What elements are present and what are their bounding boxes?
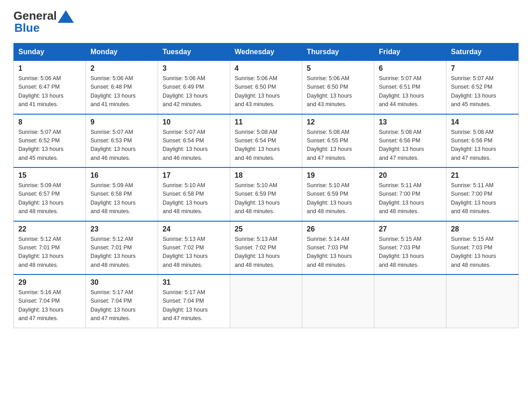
day-number: 28 [451,225,514,233]
day-number: 17 [163,171,225,180]
day-number: 1 [18,64,81,73]
table-row: 11 Sunrise: 5:08 AM Sunset: 6:54 PM Dayl… [230,114,302,168]
table-row: 16 Sunrise: 5:09 AM Sunset: 6:58 PM Dayl… [86,167,158,221]
header-thursday: Thursday [302,43,374,61]
day-info: Sunrise: 5:07 AM Sunset: 6:52 PM Dayligh… [18,128,81,163]
table-row: 14 Sunrise: 5:08 AM Sunset: 6:56 PM Dayl… [446,114,519,168]
day-number: 29 [18,278,81,287]
table-row: 8 Sunrise: 5:07 AM Sunset: 6:52 PM Dayli… [14,114,86,168]
table-row: 6 Sunrise: 5:07 AM Sunset: 6:51 PM Dayli… [374,61,446,114]
day-number: 6 [379,64,442,73]
header-sunday: Sunday [14,43,86,61]
table-row: 17 Sunrise: 5:10 AM Sunset: 6:58 PM Dayl… [158,167,230,221]
day-number: 31 [163,278,225,287]
table-row [374,274,446,328]
table-row [446,274,519,328]
day-number: 9 [90,118,153,126]
day-info: Sunrise: 5:12 AM Sunset: 7:01 PM Dayligh… [18,235,81,270]
day-info: Sunrise: 5:10 AM Sunset: 6:59 PM Dayligh… [235,181,297,216]
day-number: 27 [379,225,442,233]
header-saturday: Saturday [446,43,519,61]
day-info: Sunrise: 5:16 AM Sunset: 7:04 PM Dayligh… [18,288,81,323]
calendar-week-row: 22 Sunrise: 5:12 AM Sunset: 7:01 PM Dayl… [14,221,519,275]
day-info: Sunrise: 5:14 AM Sunset: 7:03 PM Dayligh… [307,235,369,270]
day-number: 18 [235,171,297,180]
table-row: 25 Sunrise: 5:13 AM Sunset: 7:02 PM Dayl… [230,221,302,275]
table-row: 21 Sunrise: 5:11 AM Sunset: 7:00 PM Dayl… [446,167,519,221]
day-number: 21 [451,171,514,180]
table-row: 13 Sunrise: 5:08 AM Sunset: 6:56 PM Dayl… [374,114,446,168]
table-row: 18 Sunrise: 5:10 AM Sunset: 6:59 PM Dayl… [230,167,302,221]
day-info: Sunrise: 5:06 AM Sunset: 6:48 PM Dayligh… [90,74,153,109]
day-info: Sunrise: 5:15 AM Sunset: 7:03 PM Dayligh… [451,235,514,270]
day-number: 8 [18,118,81,126]
day-number: 15 [18,171,81,180]
day-info: Sunrise: 5:11 AM Sunset: 7:00 PM Dayligh… [379,181,442,216]
table-row: 30 Sunrise: 5:17 AM Sunset: 7:04 PM Dayl… [86,274,158,328]
day-number: 7 [451,64,514,73]
calendar-week-row: 15 Sunrise: 5:09 AM Sunset: 6:57 PM Dayl… [14,167,519,221]
day-number: 16 [90,171,153,180]
header-wednesday: Wednesday [230,43,302,61]
day-info: Sunrise: 5:06 AM Sunset: 6:49 PM Dayligh… [163,74,225,109]
day-info: Sunrise: 5:06 AM Sunset: 6:47 PM Dayligh… [18,74,81,109]
table-row [302,274,374,328]
day-info: Sunrise: 5:17 AM Sunset: 7:04 PM Dayligh… [90,288,153,323]
table-row: 10 Sunrise: 5:07 AM Sunset: 6:54 PM Dayl… [158,114,230,168]
day-info: Sunrise: 5:07 AM Sunset: 6:52 PM Dayligh… [451,74,514,109]
table-row: 28 Sunrise: 5:15 AM Sunset: 7:03 PM Dayl… [446,221,519,275]
logo-blue-part [57,9,74,23]
day-number: 3 [163,64,225,73]
day-info: Sunrise: 5:17 AM Sunset: 7:04 PM Dayligh… [163,288,225,323]
day-info: Sunrise: 5:07 AM Sunset: 6:53 PM Dayligh… [90,128,153,163]
day-number: 24 [163,225,225,233]
table-row: 23 Sunrise: 5:12 AM Sunset: 7:01 PM Dayl… [86,221,158,275]
day-number: 25 [235,225,297,233]
logo: General Blue [13,9,74,35]
day-number: 11 [235,118,297,126]
day-number: 14 [451,118,514,126]
calendar-week-row: 29 Sunrise: 5:16 AM Sunset: 7:04 PM Dayl… [14,274,519,328]
day-info: Sunrise: 5:13 AM Sunset: 7:02 PM Dayligh… [163,235,225,270]
day-info: Sunrise: 5:07 AM Sunset: 6:54 PM Dayligh… [163,128,225,163]
table-row: 5 Sunrise: 5:06 AM Sunset: 6:50 PM Dayli… [302,61,374,114]
table-row: 4 Sunrise: 5:06 AM Sunset: 6:50 PM Dayli… [230,61,302,114]
table-row: 26 Sunrise: 5:14 AM Sunset: 7:03 PM Dayl… [302,221,374,275]
table-row: 31 Sunrise: 5:17 AM Sunset: 7:04 PM Dayl… [158,274,230,328]
day-info: Sunrise: 5:08 AM Sunset: 6:56 PM Dayligh… [451,128,514,163]
day-number: 5 [307,64,369,73]
header-monday: Monday [86,43,158,61]
calendar-week-row: 1 Sunrise: 5:06 AM Sunset: 6:47 PM Dayli… [14,61,519,114]
day-info: Sunrise: 5:09 AM Sunset: 6:58 PM Dayligh… [90,181,153,216]
weekday-header-row: Sunday Monday Tuesday Wednesday Thursday… [14,43,519,61]
table-row: 7 Sunrise: 5:07 AM Sunset: 6:52 PM Dayli… [446,61,519,114]
table-row: 12 Sunrise: 5:08 AM Sunset: 6:55 PM Dayl… [302,114,374,168]
table-row: 15 Sunrise: 5:09 AM Sunset: 6:57 PM Dayl… [14,167,86,221]
table-row: 19 Sunrise: 5:10 AM Sunset: 6:59 PM Dayl… [302,167,374,221]
table-row: 29 Sunrise: 5:16 AM Sunset: 7:04 PM Dayl… [14,274,86,328]
table-row: 3 Sunrise: 5:06 AM Sunset: 6:49 PM Dayli… [158,61,230,114]
day-number: 23 [90,225,153,233]
table-row: 2 Sunrise: 5:06 AM Sunset: 6:48 PM Dayli… [86,61,158,114]
day-info: Sunrise: 5:08 AM Sunset: 6:55 PM Dayligh… [307,128,369,163]
table-row: 22 Sunrise: 5:12 AM Sunset: 7:01 PM Dayl… [14,221,86,275]
day-info: Sunrise: 5:06 AM Sunset: 6:50 PM Dayligh… [235,74,297,109]
logo-blue-text: Blue [14,21,39,34]
day-number: 12 [307,118,369,126]
day-number: 4 [235,64,297,73]
day-info: Sunrise: 5:10 AM Sunset: 6:58 PM Dayligh… [163,181,225,216]
table-row: 1 Sunrise: 5:06 AM Sunset: 6:47 PM Dayli… [14,61,86,114]
table-row [230,274,302,328]
calendar-week-row: 8 Sunrise: 5:07 AM Sunset: 6:52 PM Dayli… [14,114,519,168]
day-number: 22 [18,225,81,233]
table-row: 27 Sunrise: 5:15 AM Sunset: 7:03 PM Dayl… [374,221,446,275]
day-number: 13 [379,118,442,126]
table-row: 24 Sunrise: 5:13 AM Sunset: 7:02 PM Dayl… [158,221,230,275]
day-info: Sunrise: 5:06 AM Sunset: 6:50 PM Dayligh… [307,74,369,109]
day-number: 10 [163,118,225,126]
table-row: 20 Sunrise: 5:11 AM Sunset: 7:00 PM Dayl… [374,167,446,221]
day-info: Sunrise: 5:15 AM Sunset: 7:03 PM Dayligh… [379,235,442,270]
day-info: Sunrise: 5:13 AM Sunset: 7:02 PM Dayligh… [235,235,297,270]
day-number: 2 [90,64,153,73]
header-friday: Friday [374,43,446,61]
